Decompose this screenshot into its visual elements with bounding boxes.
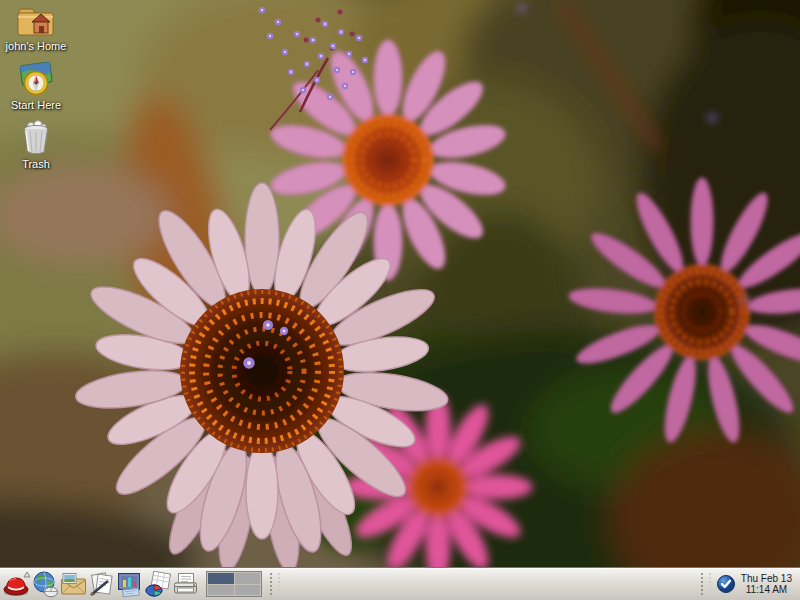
- clock-time: 11:14 AM: [741, 584, 792, 595]
- bottom-panel: Thu Feb 13 11:14 AM: [0, 567, 800, 600]
- web-browser-icon: [32, 571, 59, 598]
- presentation-launcher[interactable]: [115, 570, 143, 598]
- workspace-4[interactable]: [235, 585, 261, 596]
- spreadsheet-icon: [144, 571, 171, 598]
- word-processor-launcher[interactable]: [87, 570, 115, 598]
- presentation-icon: [116, 571, 143, 598]
- workspace-switcher[interactable]: [206, 571, 262, 597]
- update-check-icon[interactable]: [716, 574, 736, 594]
- wallpaper: [0, 0, 800, 600]
- red-hat-menu-icon: [3, 571, 31, 598]
- trash-icon: [20, 120, 52, 156]
- panel-right-group: Thu Feb 13 11:14 AM: [701, 573, 796, 595]
- desktop-icon-label: john's Home: [6, 40, 67, 52]
- desktop-icon-johns-home[interactable]: john's Home: [2, 4, 70, 52]
- spreadsheet-launcher[interactable]: [143, 570, 171, 598]
- panel-drag-handle[interactable]: [701, 573, 711, 595]
- main-menu-button[interactable]: [3, 570, 31, 598]
- email-icon: [60, 571, 87, 598]
- workspace-1[interactable]: [208, 573, 234, 584]
- panel-drag-handle[interactable]: [270, 573, 280, 595]
- print-manager-launcher[interactable]: [171, 570, 199, 598]
- start-here-icon: [18, 61, 54, 97]
- desktop-icon-label: Trash: [22, 158, 50, 170]
- desktop-icon-list: john's Home Start Here Trash: [2, 4, 70, 170]
- workspace-3[interactable]: [208, 585, 234, 596]
- web-browser-launcher[interactable]: [31, 570, 59, 598]
- word-processor-icon: [88, 571, 115, 598]
- printer-icon: [172, 571, 199, 598]
- home-folder-icon: [16, 4, 56, 38]
- desktop-icon-label: Start Here: [11, 99, 61, 111]
- desktop-icon-trash[interactable]: Trash: [2, 120, 70, 170]
- clock[interactable]: Thu Feb 13 11:14 AM: [741, 573, 796, 595]
- desktop-icon-start-here[interactable]: Start Here: [2, 61, 70, 111]
- workspace-2[interactable]: [235, 573, 261, 584]
- email-launcher[interactable]: [59, 570, 87, 598]
- clock-date: Thu Feb 13: [741, 573, 792, 584]
